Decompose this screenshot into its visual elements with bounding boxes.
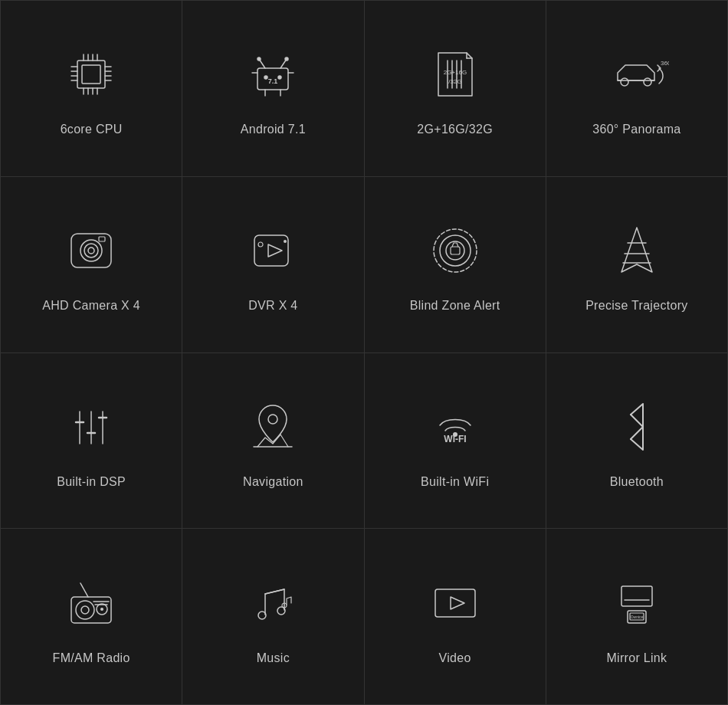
svg-text:2G+16G: 2G+16G bbox=[443, 69, 466, 76]
svg-point-79 bbox=[258, 612, 266, 619]
radio-label: FM/AM Radio bbox=[53, 651, 130, 665]
cell-ahd-camera: AHD Camera X 4 bbox=[1, 177, 182, 353]
svg-point-46 bbox=[84, 244, 98, 257]
svg-point-54 bbox=[440, 235, 471, 266]
svg-point-72 bbox=[81, 606, 89, 614]
feature-grid: 6core CPU 7.1 bbox=[0, 0, 728, 705]
svg-point-45 bbox=[80, 240, 102, 261]
dsp-label: Built-in DSP bbox=[57, 475, 126, 489]
music-icon bbox=[238, 569, 307, 638]
svg-point-71 bbox=[76, 601, 94, 619]
cell-music: Music bbox=[182, 529, 364, 705]
bluetooth-icon bbox=[602, 392, 671, 461]
cpu-label: 6core CPU bbox=[61, 123, 123, 136]
wifi-icon: WI-FI bbox=[421, 392, 490, 461]
svg-marker-50 bbox=[268, 244, 282, 257]
panorama-icon: 360° bbox=[602, 40, 671, 109]
dvr-icon bbox=[238, 216, 307, 285]
cell-wifi: WI-FI Built-in WiFi bbox=[365, 353, 546, 530]
trajectory-icon bbox=[602, 216, 671, 285]
svg-point-23 bbox=[257, 57, 261, 61]
svg-point-38 bbox=[621, 78, 628, 86]
svg-line-78 bbox=[265, 589, 284, 594]
cell-mirror-link: Ownice Mirror Link bbox=[546, 529, 728, 705]
svg-rect-84 bbox=[621, 586, 652, 606]
cell-video: Video bbox=[365, 529, 546, 705]
svg-point-24 bbox=[285, 57, 288, 61]
svg-point-52 bbox=[284, 240, 287, 243]
svg-point-74 bbox=[100, 608, 103, 611]
svg-rect-49 bbox=[254, 235, 288, 266]
cell-radio: FM/AM Radio bbox=[1, 529, 182, 705]
cell-dsp: Built-in DSP bbox=[1, 353, 182, 530]
svg-text:360°: 360° bbox=[661, 60, 669, 67]
svg-point-55 bbox=[446, 241, 464, 260]
cell-trajectory: Precise Trajectory bbox=[546, 177, 728, 353]
storage-label: 2G+16G/32G bbox=[417, 123, 493, 136]
panorama-label: 360° Panorama bbox=[592, 123, 680, 136]
radio-icon bbox=[57, 569, 126, 638]
svg-line-75 bbox=[80, 583, 88, 597]
svg-text:/32G: /32G bbox=[448, 78, 461, 85]
cell-panorama: 360° 360° Panorama bbox=[546, 1, 728, 177]
storage-icon: 2G+16G /32G bbox=[421, 40, 490, 109]
blind-zone-icon bbox=[421, 216, 490, 285]
mirror-link-label: Mirror Link bbox=[606, 651, 667, 665]
cell-cpu: 6core CPU bbox=[1, 1, 182, 177]
wifi-label: Built-in WiFi bbox=[421, 475, 489, 489]
cell-android: 7.1 Android 7.1 bbox=[182, 1, 364, 177]
svg-marker-83 bbox=[451, 597, 464, 609]
cell-blind-zone: Blind Zone Alert bbox=[365, 177, 546, 353]
video-icon bbox=[421, 569, 490, 638]
cell-navigation: Navigation bbox=[182, 353, 364, 530]
svg-rect-82 bbox=[435, 589, 475, 617]
svg-rect-1 bbox=[82, 65, 100, 84]
svg-point-39 bbox=[644, 78, 651, 86]
svg-point-69 bbox=[453, 432, 457, 437]
dsp-icon bbox=[57, 392, 126, 461]
navigation-label: Navigation bbox=[243, 475, 303, 489]
cell-bluetooth: Bluetooth bbox=[546, 353, 728, 530]
blind-zone-label: Blind Zone Alert bbox=[410, 299, 500, 313]
android-icon: 7.1 bbox=[238, 40, 307, 109]
cell-dvr: DVR X 4 bbox=[182, 177, 364, 353]
dvr-label: DVR X 4 bbox=[248, 299, 297, 313]
cpu-icon bbox=[57, 40, 126, 109]
svg-point-19 bbox=[264, 76, 267, 79]
ahd-camera-label: AHD Camera X 4 bbox=[42, 299, 140, 313]
svg-point-20 bbox=[278, 76, 281, 79]
mirror-link-icon: Ownice bbox=[602, 569, 671, 638]
android-label: Android 7.1 bbox=[241, 123, 306, 136]
bluetooth-label: Bluetooth bbox=[610, 475, 664, 489]
svg-text:7.1: 7.1 bbox=[268, 77, 278, 85]
svg-text:Ownice: Ownice bbox=[631, 615, 644, 619]
video-label: Video bbox=[439, 651, 471, 665]
navigation-icon bbox=[238, 392, 307, 461]
trajectory-label: Precise Trajectory bbox=[585, 299, 687, 313]
music-label: Music bbox=[257, 651, 290, 665]
svg-point-51 bbox=[258, 242, 263, 247]
svg-rect-56 bbox=[451, 247, 460, 254]
cell-storage: 2G+16G /32G 2G+16G/32G bbox=[365, 1, 546, 177]
svg-rect-70 bbox=[71, 597, 111, 623]
svg-rect-48 bbox=[99, 237, 105, 241]
svg-point-47 bbox=[88, 248, 94, 254]
svg-point-66 bbox=[268, 415, 277, 424]
ahd-camera-icon bbox=[57, 216, 126, 285]
